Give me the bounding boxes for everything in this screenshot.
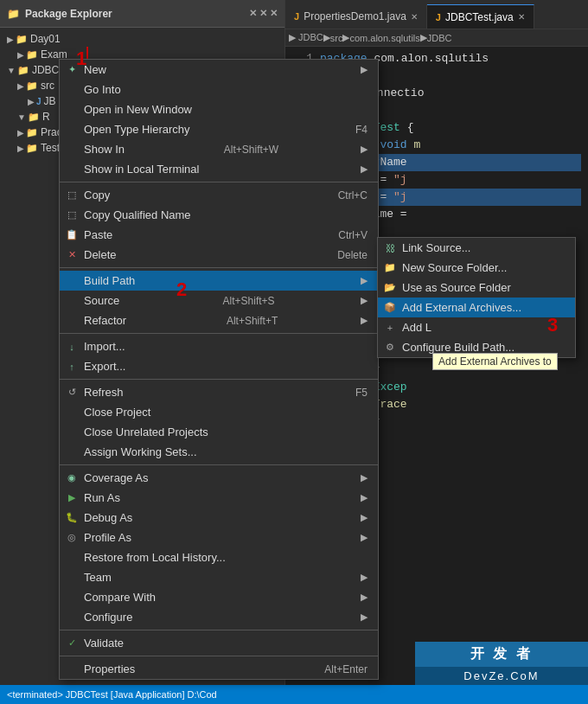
arrow-icon: ▶ xyxy=(361,144,368,155)
menu-item-show-local-terminal[interactable]: Show in Local Terminal ▶ xyxy=(60,159,378,179)
debug-icon: 🐛 xyxy=(65,512,79,523)
menu-item-show-in[interactable]: Show In Alt+Shift+W ▶ xyxy=(60,139,378,159)
arrow-icon: ▶ xyxy=(361,275,368,286)
coverage-icon: ◉ xyxy=(65,472,79,483)
menu-item-copy[interactable]: ⬚ Copy Ctrl+C xyxy=(60,185,378,205)
menu-item-label: Validate xyxy=(84,637,124,650)
tab-label: PropertiesDemo1.java xyxy=(304,10,406,22)
shortcut-label: F5 xyxy=(338,387,368,399)
menu-item-go-into[interactable]: Go Into xyxy=(60,80,378,99)
package-explorer-title: Package Explorer xyxy=(25,8,112,20)
annotation-2: 2 xyxy=(176,278,187,301)
menu-item-label: Refactor xyxy=(84,314,126,327)
shortcut-label: Alt+Shift+W xyxy=(207,144,278,156)
submenu-item-link-source[interactable]: ⛓ Link Source... xyxy=(378,238,575,258)
separator xyxy=(60,182,378,182)
menu-item-label: Properties xyxy=(84,662,135,675)
tree-item-day01[interactable]: ▶ 📁 Day01 xyxy=(0,31,284,47)
shortcut-label: Alt+Shift+T xyxy=(209,315,278,327)
arrow-icon: ▶ xyxy=(361,295,368,306)
menu-item-validate[interactable]: ✓ Validate xyxy=(60,633,378,653)
arrow-icon: ▶ xyxy=(361,64,368,75)
menu-item-label: Debug As xyxy=(84,511,132,524)
menu-item-label: Close Unrelated Projects xyxy=(84,426,208,438)
menu-item-coverage-as[interactable]: ◉ Coverage As ▶ xyxy=(60,468,378,488)
submenu-item-label: Add L xyxy=(402,321,431,334)
tab-close-icon[interactable]: ✕ xyxy=(518,12,525,22)
menu-item-refactor[interactable]: Refactor Alt+Shift+T ▶ xyxy=(60,310,378,330)
shortcut-label: Delete xyxy=(320,249,368,261)
menu-item-paste[interactable]: 📋 Paste Ctrl+V xyxy=(60,225,378,245)
submenu-item-add-l[interactable]: + Add L xyxy=(378,317,575,337)
arrow-icon: ▶ xyxy=(361,592,368,603)
menu-item-export[interactable]: ↑ Export... xyxy=(60,356,378,376)
menu-item-label: Paste xyxy=(84,228,112,241)
tab-close-icon[interactable]: ✕ xyxy=(411,12,418,22)
menu-item-configure[interactable]: Configure ▶ xyxy=(60,607,378,627)
expand-arrow: ▶ xyxy=(17,50,24,60)
menu-item-refresh[interactable]: ↺ Refresh F5 xyxy=(60,382,378,402)
tab-bar: J PropertiesDemo1.java ✕ J JDBCTest.java… xyxy=(285,0,588,29)
separator xyxy=(60,656,378,656)
package-explorer-close[interactable]: ✕ ✕ ✕ xyxy=(249,8,278,19)
tooltip: Add External Archives to xyxy=(432,353,558,370)
menu-item-label: Refresh xyxy=(84,386,124,399)
menu-item-delete[interactable]: ✕ Delete Delete xyxy=(60,245,378,265)
menu-item-close-project[interactable]: Close Project xyxy=(60,402,378,422)
context-menu: ✦ New ▶ Go Into Open in New Window Open … xyxy=(59,59,379,680)
menu-item-label: Compare With xyxy=(84,591,156,604)
tab-jdbctest[interactable]: J JDBCTest.java ✕ xyxy=(427,4,534,29)
java-icon: J xyxy=(36,97,42,106)
menu-item-assign-working-sets[interactable]: Assign Working Sets... xyxy=(60,442,378,462)
build-path-submenu: ⛓ Link Source... 📁 New Source Folder... … xyxy=(377,237,576,358)
menu-item-copy-qualified[interactable]: ⬚ Copy Qualified Name xyxy=(60,205,378,225)
menu-item-compare-with[interactable]: Compare With ▶ xyxy=(60,587,378,607)
menu-item-label: Open Type Hierarchy xyxy=(84,123,190,136)
add-icon: + xyxy=(383,323,397,333)
separator xyxy=(60,464,378,465)
menu-item-close-unrelated[interactable]: Close Unrelated Projects xyxy=(60,422,378,442)
status-text: <terminated> JDBCTest [Java Application]… xyxy=(7,689,217,700)
submenu-item-use-as-source[interactable]: 📂 Use as Source Folder xyxy=(378,278,575,298)
submenu-item-label: Configure Build Path... xyxy=(402,341,514,354)
package-explorer-icon: 📁 xyxy=(7,8,20,20)
menu-item-open-type-hierarchy[interactable]: Open Type Hierarchy F4 xyxy=(60,119,378,139)
menu-item-label: Go Into xyxy=(84,83,121,96)
menu-item-restore-history[interactable]: Restore from Local History... xyxy=(60,547,378,567)
menu-item-source[interactable]: Source Alt+Shift+S ▶ xyxy=(60,291,378,310)
arrow-icon: ▶ xyxy=(361,512,368,523)
annotation-3: 3 xyxy=(547,314,558,336)
menu-item-profile-as[interactable]: ◎ Profile As ▶ xyxy=(60,528,378,547)
delete-icon: ✕ xyxy=(65,249,79,260)
arrow-icon: ▶ xyxy=(361,315,368,326)
expand-arrow: ▼ xyxy=(7,66,16,75)
menu-item-new[interactable]: ✦ New ▶ xyxy=(60,60,378,80)
link-icon: ⛓ xyxy=(383,243,397,253)
menu-item-debug-as[interactable]: 🐛 Debug As ▶ xyxy=(60,508,378,528)
menu-item-label: Configure xyxy=(84,611,132,624)
menu-item-label: Build Path xyxy=(84,274,135,287)
menu-item-build-path[interactable]: Build Path ▶ xyxy=(60,271,378,291)
import-icon: ↓ xyxy=(65,342,79,352)
menu-item-team[interactable]: Team ▶ xyxy=(60,567,378,587)
tab-label: JDBCTest.java xyxy=(445,11,514,23)
tab-properties-demo[interactable]: J PropertiesDemo1.java ✕ xyxy=(285,4,427,29)
annotation-1: 1 xyxy=(76,48,86,70)
paste-icon: 📋 xyxy=(65,229,79,240)
menu-item-label: Import... xyxy=(84,340,125,353)
shortcut-label: Ctrl+V xyxy=(321,229,368,241)
folder-icon: 📁 xyxy=(28,112,40,123)
menu-item-properties[interactable]: Properties Alt+Enter xyxy=(60,659,378,679)
submenu-item-add-external-archives[interactable]: 📦 Add External Archives... xyxy=(378,298,575,317)
expand-arrow: ▶ xyxy=(17,81,24,91)
shortcut-label: Alt+Enter xyxy=(307,663,368,675)
menu-item-run-as[interactable]: ▶ Run As ▶ xyxy=(60,488,378,508)
menu-item-label: Coverage As xyxy=(84,471,148,484)
copy-qualified-icon: ⬚ xyxy=(65,209,79,221)
submenu-item-new-source-folder[interactable]: 📁 New Source Folder... xyxy=(378,258,575,278)
tooltip-text: Add External Archives to xyxy=(438,355,552,368)
menu-item-open-new-window[interactable]: Open in New Window xyxy=(60,99,378,119)
menu-item-label: Profile As xyxy=(84,531,131,544)
menu-item-import[interactable]: ↓ Import... xyxy=(60,336,378,356)
folder-icon: 📁 xyxy=(26,143,38,154)
